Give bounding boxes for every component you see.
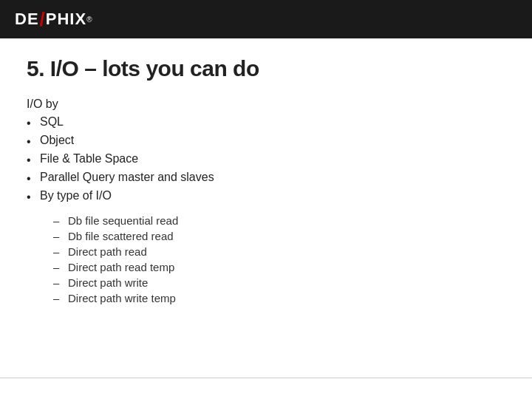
page-title: 5. I/O – lots you can do bbox=[27, 56, 505, 81]
sub-item-label: Direct path read bbox=[68, 245, 147, 258]
dash-icon: – bbox=[53, 276, 68, 289]
dash-icon: – bbox=[53, 261, 68, 273]
list-item: • Parallel Query master and slaves bbox=[27, 171, 505, 185]
bullet-item-label: File & Table Space bbox=[40, 152, 138, 166]
dash-icon: – bbox=[53, 292, 68, 304]
logo-phix: PHIX bbox=[46, 10, 86, 29]
logo-de: DE bbox=[15, 10, 39, 29]
list-item: – Direct path write temp bbox=[53, 292, 505, 304]
dash-icon: – bbox=[53, 230, 68, 242]
intro-label: I/O by bbox=[27, 98, 505, 111]
bullet-dot-icon: • bbox=[27, 172, 40, 185]
main-content: 5. I/O – lots you can do I/O by • SQL • … bbox=[0, 38, 532, 325]
list-item: – Direct path read temp bbox=[53, 261, 505, 273]
bullet-dot-icon: • bbox=[27, 117, 40, 130]
bullet-list: • SQL • Object • File & Table Space • Pa… bbox=[27, 115, 505, 204]
logo-registered: ® bbox=[86, 16, 92, 24]
bullet-dot-icon: • bbox=[27, 135, 40, 149]
dash-icon: – bbox=[53, 245, 68, 258]
sub-item-label: Direct path write bbox=[68, 276, 148, 289]
list-item: – Direct path read bbox=[53, 245, 505, 258]
sub-item-label: Db file scattered read bbox=[68, 230, 174, 242]
bullet-item-label: SQL bbox=[40, 115, 64, 129]
list-item: • Object bbox=[27, 134, 505, 149]
logo: DE / PHIX ® bbox=[15, 8, 92, 31]
list-item: – Db file scattered read bbox=[53, 230, 505, 242]
header-bar: DE / PHIX ® bbox=[0, 0, 532, 38]
footer-divider bbox=[0, 378, 532, 378]
sub-item-label: Direct path read temp bbox=[68, 261, 174, 273]
bullet-item-label: By type of I/O bbox=[40, 189, 112, 202]
list-item: – Direct path write bbox=[53, 276, 505, 289]
sub-item-label: Db file sequential read bbox=[68, 214, 178, 227]
bullet-dot-icon: • bbox=[27, 191, 40, 204]
sub-list: – Db file sequential read – Db file scat… bbox=[53, 214, 505, 304]
bullet-item-label: Object bbox=[40, 134, 74, 147]
sub-item-label: Direct path write temp bbox=[68, 292, 176, 304]
list-item: – Db file sequential read bbox=[53, 214, 505, 227]
bullet-item-label: Parallel Query master and slaves bbox=[40, 171, 214, 184]
dash-icon: – bbox=[53, 214, 68, 227]
bullet-dot-icon: • bbox=[27, 154, 40, 167]
list-item: • File & Table Space bbox=[27, 152, 505, 167]
list-item: • SQL bbox=[27, 115, 505, 130]
logo-slash-icon: / bbox=[40, 8, 45, 31]
list-item: • By type of I/O bbox=[27, 189, 505, 204]
